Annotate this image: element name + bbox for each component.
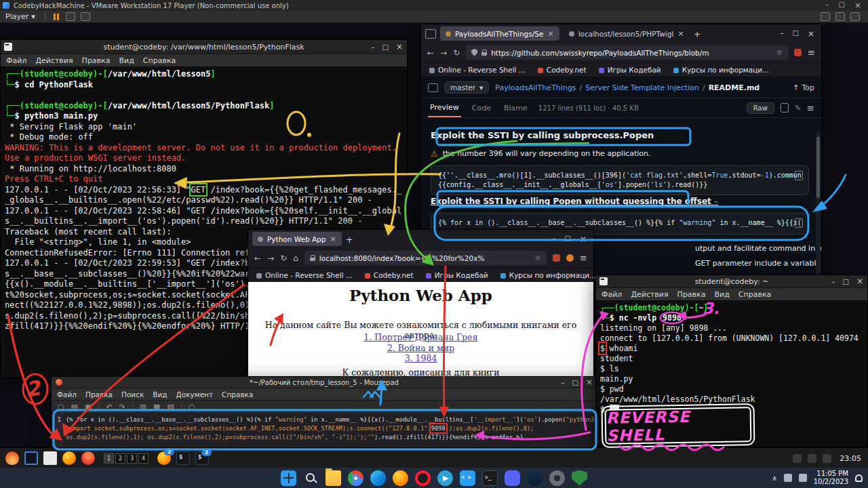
network-tray-icon[interactable]: [793, 454, 802, 463]
breadcrumb-folder[interactable]: Server Side Template Injection: [585, 83, 699, 92]
menu-item[interactable]: Правка: [82, 56, 111, 65]
terminal-titlebar[interactable]: student@codeby: /var/www/html/lesson5/Py…: [1, 40, 407, 54]
url-bar[interactable]: localhost:8080/index?book={%%20for%20x% …: [304, 251, 547, 265]
opera-icon[interactable]: [415, 470, 431, 486]
suspend-icon[interactable]: [54, 14, 59, 20]
url-bar[interactable]: https://github.com/swisskyrepo/PayloadsA…: [466, 45, 788, 60]
paste-icon[interactable]: ▧: [167, 403, 174, 411]
copy-icon[interactable]: [781, 103, 789, 113]
workspace-number[interactable]: 1: [104, 453, 114, 464]
volume-tray-icon[interactable]: [808, 454, 816, 463]
tab-localhost-phptwig[interactable]: localhost/lesson5/PHPTwigI: [564, 26, 690, 41]
minimize-icon[interactable]: [831, 278, 835, 285]
files-icon[interactable]: [43, 451, 57, 465]
maximize-icon[interactable]: [792, 29, 798, 39]
notification-bell-icon[interactable]: [855, 474, 863, 482]
bookmark-item[interactable]: Codeby.net: [365, 271, 414, 279]
book-link-1[interactable]: 1. Портрет Дориана Грея: [248, 332, 593, 343]
back-to-top-link[interactable]: ↑Top: [793, 83, 814, 92]
search-icon[interactable]: ○: [189, 403, 195, 411]
workspace-number[interactable]: 3: [127, 453, 137, 464]
editor-text[interactable]: {% for x in ().__class__.__base__.__subc…: [63, 413, 597, 447]
menu-item[interactable]: Действия: [35, 56, 73, 65]
book-link-3[interactable]: 3. 1984: [248, 353, 593, 364]
menu-icon[interactable]: ≡: [580, 253, 587, 263]
workspace-number[interactable]: 4: [138, 453, 149, 464]
start-icon[interactable]: [281, 470, 296, 486]
edge-icon[interactable]: [370, 470, 386, 486]
menu-item[interactable]: Файл: [601, 290, 622, 299]
editor-titlebar[interactable]: *~/Рабочий стол/tmp_lesson_5 - Mousepad: [52, 377, 597, 388]
maximize-icon[interactable]: [572, 379, 578, 386]
extension-icon[interactable]: [566, 254, 574, 262]
bookmark-item[interactable]: Курсы по информаци...: [673, 66, 769, 74]
close-tab-icon[interactable]: [547, 29, 553, 38]
code-block-subprocess[interactable]: {{''.__class__.mro()[1].__subclasses__()…: [431, 165, 809, 195]
menu-item[interactable]: Действия: [631, 290, 668, 299]
vm-clock[interactable]: 23:05: [840, 454, 861, 463]
steam-icon[interactable]: [527, 470, 542, 486]
bookmark-star-icon[interactable]: ☆: [534, 253, 541, 262]
firefox-view-icon[interactable]: [425, 29, 436, 39]
taskbar-terminal-windows[interactable]: 2: [195, 451, 209, 465]
web-browser-icon[interactable]: [81, 451, 95, 465]
folder-icon[interactable]: [326, 470, 341, 486]
new-tab-button[interactable]: [694, 27, 701, 40]
close-icon[interactable]: [586, 378, 593, 387]
copy-code-icon[interactable]: [795, 171, 803, 180]
menu-item[interactable]: Вид: [153, 390, 167, 399]
copy-code-icon[interactable]: [795, 218, 803, 228]
bookmark-item[interactable]: Игры Кодебай: [426, 271, 488, 279]
maximize-icon[interactable]: [382, 43, 388, 51]
close-icon[interactable]: [808, 29, 814, 39]
power-tray-icon[interactable]: [823, 454, 831, 463]
minimize-icon[interactable]: [371, 43, 374, 51]
cut-icon[interactable]: ▥: [140, 403, 146, 411]
firefox-icon[interactable]: [393, 470, 408, 486]
tab-payloadsallthethings[interactable]: PayloadsAllTheThings/Se: [440, 26, 559, 41]
close-icon[interactable]: [396, 42, 403, 52]
tab-python-web-app[interactable]: Python Web App: [252, 232, 342, 246]
maximize-icon[interactable]: [842, 278, 848, 285]
ctrl-alt-del-icon[interactable]: [66, 12, 75, 21]
displays-icon[interactable]: [24, 451, 38, 465]
fullscreen-icon[interactable]: [821, 12, 830, 21]
tab-blame[interactable]: Blame: [502, 100, 530, 117]
forward-icon[interactable]: →: [440, 48, 447, 58]
reload-icon[interactable]: ↻: [280, 253, 287, 263]
raw-button[interactable]: Raw: [747, 102, 774, 114]
minimize-icon[interactable]: [825, 1, 829, 10]
branch-selector[interactable]: master▾: [444, 81, 489, 94]
close-icon[interactable]: [856, 277, 863, 286]
bookmark-item[interactable]: Online - Reverse Shell ...: [256, 271, 353, 279]
file-tree-icon[interactable]: [428, 83, 438, 92]
ublock-extension-icon[interactable]: [794, 49, 802, 56]
search-icon[interactable]: [303, 470, 319, 486]
telegram-icon[interactable]: [437, 470, 453, 486]
minimize-icon[interactable]: [561, 379, 564, 386]
menu-item[interactable]: Правка: [677, 290, 706, 299]
firefox-launcher-icon[interactable]: [62, 451, 76, 465]
player-menu[interactable]: Player▾: [0, 12, 41, 21]
link-chain-icon[interactable]: ⌁: [714, 198, 718, 205]
menu-item[interactable]: Правка: [85, 390, 113, 399]
vscode-icon[interactable]: [460, 470, 475, 486]
home-icon[interactable]: ⌂: [293, 253, 298, 263]
taskbar-mousepad-window[interactable]: [176, 451, 190, 465]
menu-item[interactable]: Вид: [119, 56, 134, 65]
bookmark-item[interactable]: Игры Кодебай: [599, 66, 661, 74]
shield-icon[interactable]: [572, 470, 587, 486]
back-icon[interactable]: ←: [254, 253, 261, 263]
undo-icon[interactable]: ↶: [106, 403, 112, 411]
menu-icon[interactable]: ≡: [808, 47, 815, 58]
terminal-titlebar[interactable]: student@codeby: ~: [596, 275, 867, 288]
unity-icon[interactable]: [835, 12, 845, 21]
back-icon[interactable]: ←: [427, 48, 434, 58]
tracking-shield-icon[interactable]: [471, 49, 477, 56]
settings-icon[interactable]: [549, 470, 565, 486]
maximize-icon[interactable]: [564, 235, 570, 244]
wifi-icon[interactable]: [784, 474, 792, 482]
workspace-pager[interactable]: 1234: [104, 453, 149, 464]
edit-pencil-icon[interactable]: ✎: [795, 104, 801, 113]
maximize-icon[interactable]: [838, 1, 844, 10]
